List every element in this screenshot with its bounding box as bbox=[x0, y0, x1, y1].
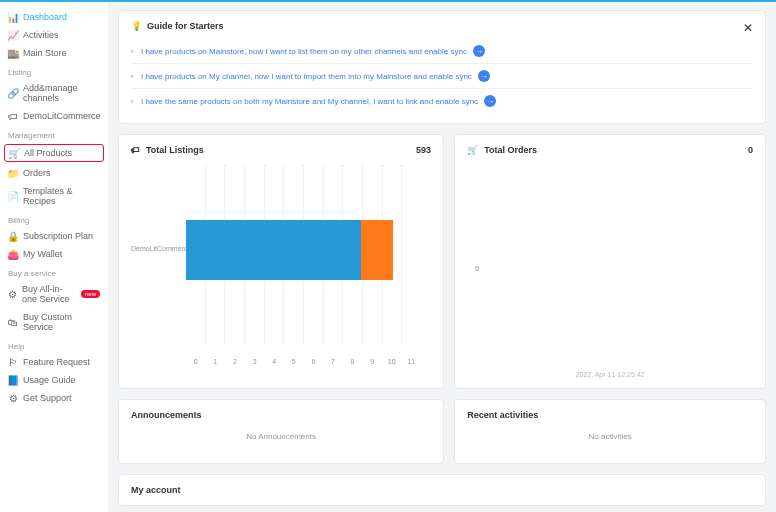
link-icon: 🔗 bbox=[8, 88, 18, 98]
sidebar-item-main-store[interactable]: 🏬Main Store bbox=[0, 44, 108, 62]
total-listings-value: 593 bbox=[416, 145, 431, 155]
sidebar: 📊Dashboard 📈Activities 🏬Main Store Listi… bbox=[0, 2, 108, 512]
sidebar-section-management: Management bbox=[0, 125, 108, 142]
store-icon: 🏬 bbox=[8, 48, 18, 58]
sidebar-item-label: Dashboard bbox=[23, 12, 67, 22]
arrow-right-icon: → bbox=[473, 45, 485, 57]
total-orders-value: 0 bbox=[748, 145, 753, 155]
card-title: Announcements bbox=[131, 410, 431, 420]
sidebar-item-activities[interactable]: 📈Activities bbox=[0, 26, 108, 44]
folder-icon: 📁 bbox=[8, 168, 18, 178]
guide-item[interactable]: I have the same products on both my Main… bbox=[131, 89, 753, 113]
tags-icon: 🏷 bbox=[131, 145, 140, 155]
sidebar-item-buy-custom[interactable]: 🛍Buy Custom Service bbox=[0, 308, 108, 336]
chart-bars bbox=[186, 220, 421, 280]
guide-card: 💡Guide for Starters ✕ I have products on… bbox=[118, 10, 766, 124]
sidebar-item-all-products[interactable]: 🛒All Products bbox=[4, 144, 104, 162]
sidebar-item-get-support[interactable]: ⚙Get Support bbox=[0, 389, 108, 407]
activities-icon: 📈 bbox=[8, 30, 18, 40]
sidebar-item-label: Activities bbox=[23, 30, 59, 40]
sidebar-item-label: Templates & Recipes bbox=[23, 186, 100, 206]
badge-new: new bbox=[81, 290, 100, 298]
cart-icon: 🛒 bbox=[467, 145, 478, 155]
close-icon[interactable]: ✕ bbox=[743, 21, 753, 35]
sidebar-item-wallet[interactable]: 👛My Wallet bbox=[0, 245, 108, 263]
sidebar-item-templates[interactable]: 📄Templates & Recipes bbox=[0, 182, 108, 210]
sidebar-item-label: All Products bbox=[24, 148, 72, 158]
card-title: Recent activities bbox=[467, 410, 753, 420]
sidebar-item-label: Get Support bbox=[23, 393, 72, 403]
sidebar-section-help: Help bbox=[0, 336, 108, 353]
sidebar-item-label: My Wallet bbox=[23, 249, 62, 259]
sidebar-item-orders[interactable]: 📁Orders bbox=[0, 164, 108, 182]
sidebar-item-add-channels[interactable]: 🔗Add&manage channels bbox=[0, 79, 108, 107]
sidebar-item-label: Buy Custom Service bbox=[23, 312, 100, 332]
card-title: My account bbox=[131, 485, 753, 495]
activities-empty: No activities bbox=[467, 420, 753, 453]
sidebar-item-label: DemoLitCommerce bbox=[23, 111, 101, 121]
arrow-right-icon: → bbox=[478, 70, 490, 82]
total-orders-card: 🛒Total Orders 0 0 2022, Apr 11 12:25:42 bbox=[454, 134, 766, 389]
sidebar-item-buy-all-in-one[interactable]: ⚙Buy All-in-one Servicenew bbox=[0, 280, 108, 308]
wallet-icon: 👛 bbox=[8, 249, 18, 259]
chart-bar-series-1 bbox=[186, 220, 361, 280]
main-content: 💡Guide for Starters ✕ I have products on… bbox=[108, 2, 776, 512]
support-icon: ⚙ bbox=[8, 393, 18, 403]
my-account-card: My account bbox=[118, 474, 766, 506]
sidebar-item-label: Subscription Plan bbox=[23, 231, 93, 241]
gear-icon: ⚙ bbox=[8, 289, 17, 299]
guide-item[interactable]: I have products on Mainstore, now I want… bbox=[131, 39, 753, 64]
chart-x-axis: 01234567891011 bbox=[186, 358, 421, 365]
bag-icon: 🛍 bbox=[8, 317, 18, 327]
total-listings-card: 🏷Total Listings 593 DemoLitCommerce 0123… bbox=[118, 134, 444, 389]
arrow-right-icon: → bbox=[484, 95, 496, 107]
listings-chart: DemoLitCommerce 01234567891011 bbox=[131, 165, 431, 365]
sidebar-item-dashboard[interactable]: 📊Dashboard bbox=[0, 8, 108, 26]
guide-list: I have products on Mainstore, now I want… bbox=[131, 39, 753, 113]
orders-chart: 0 bbox=[467, 165, 753, 365]
announcements-empty: No Announcements bbox=[131, 420, 431, 453]
sidebar-section-buy: Buy a service bbox=[0, 263, 108, 280]
recent-activities-card: Recent activities No activities bbox=[454, 399, 766, 464]
chart-bar-series-2 bbox=[361, 220, 393, 280]
chart-y-label: DemoLitCommerce bbox=[131, 245, 191, 252]
sidebar-item-demo-channel[interactable]: 🏷DemoLitCommerce bbox=[0, 107, 108, 125]
lock-icon: 🔒 bbox=[8, 231, 18, 241]
doc-icon: 📄 bbox=[8, 191, 18, 201]
cart-icon: 🛒 bbox=[9, 148, 19, 158]
dashboard-icon: 📊 bbox=[8, 12, 18, 22]
orders-timestamp: 2022, Apr 11 12:25:42 bbox=[467, 371, 753, 378]
sidebar-item-label: Orders bbox=[23, 168, 51, 178]
sidebar-item-usage-guide[interactable]: 📘Usage Guide bbox=[0, 371, 108, 389]
card-title: Total Listings bbox=[146, 145, 204, 155]
guide-title: Guide for Starters bbox=[147, 21, 224, 31]
sidebar-item-label: Main Store bbox=[23, 48, 67, 58]
orders-chart-zero: 0 bbox=[475, 265, 479, 272]
sidebar-item-label: Feature Request bbox=[23, 357, 90, 367]
bulb-icon: 💡 bbox=[131, 21, 142, 31]
guide-item[interactable]: I have products on My channel, now I wan… bbox=[131, 64, 753, 89]
sidebar-item-feature-request[interactable]: 🏳Feature Request bbox=[0, 353, 108, 371]
tag-icon: 🏷 bbox=[8, 111, 18, 121]
sidebar-item-label: Add&manage channels bbox=[23, 83, 100, 103]
sidebar-section-listing: Listing bbox=[0, 62, 108, 79]
sidebar-item-label: Buy All-in-one Service bbox=[22, 284, 74, 304]
flag-icon: 🏳 bbox=[8, 357, 18, 367]
card-title: Total Orders bbox=[484, 145, 537, 155]
sidebar-section-billing: Billing bbox=[0, 210, 108, 227]
sidebar-item-label: Usage Guide bbox=[23, 375, 76, 385]
book-icon: 📘 bbox=[8, 375, 18, 385]
announcements-card: Announcements No Announcements bbox=[118, 399, 444, 464]
sidebar-item-subscription[interactable]: 🔒Subscription Plan bbox=[0, 227, 108, 245]
